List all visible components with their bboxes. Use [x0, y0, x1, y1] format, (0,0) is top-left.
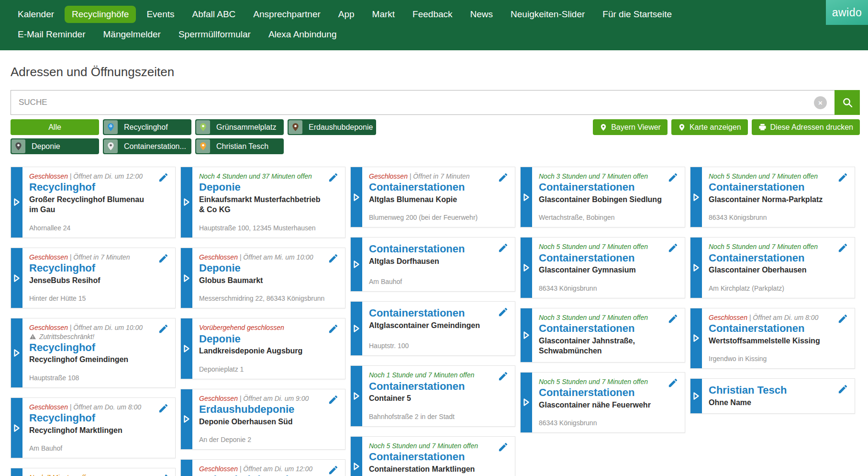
card-category-link[interactable]: Containerstationen	[369, 181, 492, 194]
card-category-link[interactable]: Deponie	[199, 332, 322, 346]
search-input[interactable]	[11, 98, 814, 107]
edit-pencil-icon[interactable]	[328, 253, 339, 264]
card-expand-handle[interactable]	[521, 167, 532, 227]
filter-button-christian-tesch[interactable]: Christian Tesch	[195, 138, 284, 154]
edit-pencil-icon[interactable]	[158, 473, 169, 476]
nav-item-ansprechpartner[interactable]: Ansprechpartner	[246, 6, 327, 23]
card-category-link[interactable]: Erdaushubdeponie	[199, 473, 322, 476]
nav-item-alexa-anbindung[interactable]: Alexa Anbindung	[261, 26, 344, 44]
edit-pencil-icon[interactable]	[158, 403, 169, 414]
nav-item-markt[interactable]: Markt	[365, 6, 402, 23]
card-category-link[interactable]: Containerstationen	[709, 251, 832, 265]
card-expand-handle[interactable]	[521, 373, 532, 432]
nav-item-news[interactable]: News	[463, 6, 501, 23]
clear-search-icon[interactable]: ×	[814, 96, 827, 109]
card-category-link[interactable]: Deponie	[199, 181, 322, 194]
nav-item-app[interactable]: App	[331, 6, 362, 23]
card-expand-handle[interactable]	[351, 366, 362, 426]
nav-item-sperrmuellformular[interactable]: Sperrmüllformular	[171, 26, 258, 44]
edit-pencil-icon[interactable]	[498, 242, 509, 253]
filter-button-gruensammelplatz[interactable]: Grünsammelplatz	[195, 119, 284, 135]
action-button-karte-anzeigen[interactable]: Karte anzeigen	[671, 119, 748, 135]
card-category-link[interactable]: Deponie	[199, 261, 322, 275]
edit-pencil-icon[interactable]	[837, 384, 848, 395]
card-expand-handle[interactable]	[351, 437, 362, 476]
nav-item-e-mail-reminder[interactable]: E-Mail Reminder	[11, 26, 92, 44]
card-category-link[interactable]: Erdaushubdeponie	[199, 403, 322, 417]
card-expand-handle[interactable]	[351, 167, 362, 227]
card-category-link[interactable]: Containerstationen	[369, 450, 492, 464]
card-category-link[interactable]: Containerstationen	[539, 251, 662, 265]
nav-item-maengelmelder[interactable]: Mängelmelder	[96, 26, 167, 44]
card-category-link[interactable]: Recyclinghof	[29, 261, 152, 275]
card-expand-handle[interactable]	[521, 308, 532, 362]
edit-pencil-icon[interactable]	[328, 394, 339, 405]
card-category-link[interactable]: Christian Tesch	[709, 384, 832, 397]
card-category-link[interactable]: Containerstationen	[369, 380, 492, 394]
edit-pencil-icon[interactable]	[837, 313, 848, 324]
edit-pencil-icon[interactable]	[668, 377, 679, 388]
edit-pencil-icon[interactable]	[668, 313, 679, 324]
filter-button-containerstation[interactable]: Containerstation...	[103, 138, 191, 154]
card-category-link[interactable]: Containerstationen	[369, 306, 492, 320]
card-expand-handle[interactable]	[181, 318, 192, 378]
card-body: Geschlossen | Öffnet am Di. um 8:00Conta…	[702, 308, 855, 368]
status-text: Noch 7 Minuten offen	[29, 474, 93, 476]
card-category-link[interactable]: Containerstationen	[539, 322, 662, 336]
card-expand-handle[interactable]	[181, 248, 192, 308]
card-category-link[interactable]: Containerstationen	[539, 181, 662, 194]
card-expand-handle[interactable]	[181, 167, 192, 238]
search-button[interactable]	[835, 90, 860, 115]
card-category-link[interactable]: Containerstationen	[709, 181, 832, 194]
card-expand-handle[interactable]	[351, 238, 362, 291]
card-column: Geschlossen | Öffnet am Di. um 12:00Recy…	[11, 167, 176, 476]
edit-pencil-icon[interactable]	[498, 172, 509, 183]
action-button-diese-adressen-drucken[interactable]: Diese Adressen drucken	[752, 119, 860, 135]
edit-pencil-icon[interactable]	[158, 253, 169, 264]
card-status: Geschlossen | Öffnet am Di. um 12:00	[199, 465, 338, 473]
card-expand-handle[interactable]	[690, 308, 702, 368]
card-expand-handle[interactable]	[521, 238, 532, 297]
card-category-link[interactable]: Recyclinghof	[29, 411, 152, 425]
card-expand-handle[interactable]	[11, 318, 22, 387]
edit-pencil-icon[interactable]	[668, 242, 679, 253]
filter-button-deponie[interactable]: Deponie	[11, 138, 99, 154]
edit-pencil-icon[interactable]	[837, 172, 848, 183]
nav-item-feedback[interactable]: Feedback	[405, 6, 459, 23]
edit-pencil-icon[interactable]	[328, 323, 339, 334]
edit-pencil-icon[interactable]	[158, 323, 169, 334]
card-expand-handle[interactable]	[690, 379, 702, 413]
edit-pencil-icon[interactable]	[837, 242, 848, 253]
filter-button-recyclinghof[interactable]: ♻Recyclinghof	[103, 119, 191, 135]
edit-pencil-icon[interactable]	[498, 442, 509, 453]
action-button-bayern-viewer[interactable]: Bayern Viewer	[593, 119, 668, 135]
nav-item-abfall-abc[interactable]: Abfall ABC	[185, 6, 243, 23]
nav-item-events[interactable]: Events	[139, 6, 181, 23]
nav-item-kalender[interactable]: Kalender	[11, 6, 61, 23]
card-category-link[interactable]: Recyclinghof	[29, 181, 152, 194]
nav-item-fuer-die-startseite[interactable]: Für die Startseite	[595, 6, 679, 23]
card-expand-handle[interactable]	[11, 398, 22, 458]
card-expand-handle[interactable]	[690, 167, 702, 227]
nav-item-recyclinghoefe[interactable]: Recyclinghöfe	[65, 6, 136, 23]
card-expand-handle[interactable]	[351, 302, 362, 355]
edit-pencil-icon[interactable]	[668, 172, 679, 183]
edit-pencil-icon[interactable]	[328, 172, 339, 183]
edit-pencil-icon[interactable]	[498, 306, 509, 317]
card-expand-handle[interactable]	[11, 167, 22, 238]
edit-pencil-icon[interactable]	[328, 465, 339, 476]
filter-button-alle[interactable]: Alle	[11, 119, 99, 135]
card-expand-handle[interactable]	[181, 389, 192, 449]
card-category-link[interactable]: Containerstationen	[709, 322, 832, 336]
card-expand-handle[interactable]	[11, 468, 22, 476]
nav-item-neuigkeiten-slider[interactable]: Neuigkeiten-Slider	[503, 6, 592, 23]
card-category-link[interactable]: Recyclinghof	[29, 341, 152, 355]
filter-button-erdaushubdeponie[interactable]: Erdaushubdeponie	[288, 119, 376, 135]
card-expand-handle[interactable]	[181, 460, 192, 476]
edit-pencil-icon[interactable]	[158, 172, 169, 183]
card-expand-handle[interactable]	[11, 248, 22, 308]
card-category-link[interactable]: Containerstationen	[539, 386, 662, 400]
edit-pencil-icon[interactable]	[498, 371, 509, 382]
card-expand-handle[interactable]	[690, 238, 702, 297]
card-category-link[interactable]: Containerstationen	[369, 242, 492, 256]
